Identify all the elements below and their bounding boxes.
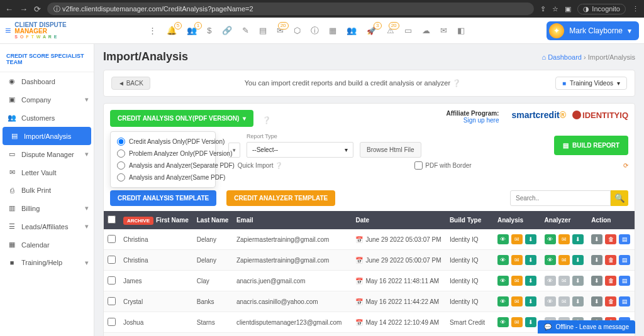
mail-icon[interactable]: ✉ bbox=[511, 255, 523, 265]
money-icon[interactable]: $ bbox=[207, 26, 211, 35]
search-input[interactable] bbox=[510, 190, 611, 206]
bell-icon[interactable]: 🔔5 bbox=[167, 26, 177, 35]
back-icon[interactable]: ← bbox=[5, 4, 13, 14]
sidebar-item-leads-affiliates[interactable]: ☰Leads/Affiliates▾ bbox=[0, 217, 94, 236]
url-bar[interactable]: ⓘ v2fire.clientdisputemanager.com/Credit… bbox=[47, 3, 534, 15]
breadcrumb-dashboard[interactable]: Dashboard bbox=[548, 53, 582, 61]
download-icon[interactable]: ⬇ bbox=[525, 255, 536, 265]
sidebar-item-billing[interactable]: ▥Billing▾ bbox=[0, 199, 94, 217]
chat-offline-widget[interactable]: 💬 Offline - Leave a message bbox=[538, 320, 635, 333]
sidebar-item-import-analysis[interactable]: ▤Import/Analysis bbox=[3, 127, 91, 145]
download-icon[interactable]: ⬇ bbox=[525, 234, 536, 244]
sidebar-item-bulk-print[interactable]: ⎙Bulk Print bbox=[0, 182, 94, 199]
credit-analyzer-template-button[interactable]: CREDIT ANALYZER TEMPLATE bbox=[226, 190, 335, 206]
delete-icon[interactable]: 🗑 bbox=[605, 234, 616, 244]
sidebar-item-calendar[interactable]: ▦Calendar bbox=[0, 236, 94, 254]
forward-icon[interactable]: → bbox=[19, 4, 28, 14]
delete-icon[interactable]: 🗑 bbox=[605, 276, 616, 286]
pdf-border-checkbox[interactable] bbox=[414, 161, 423, 170]
mail-icon[interactable]: ✉ bbox=[558, 276, 570, 286]
mail-icon[interactable]: ✉ bbox=[511, 234, 523, 244]
pdf-option[interactable]: Problem Analyzer Only(PDF Version) bbox=[113, 148, 213, 160]
archive-icon[interactable]: ⬇ bbox=[591, 276, 602, 286]
profile-icon[interactable]: ◧ bbox=[457, 26, 465, 35]
row-checkbox[interactable] bbox=[108, 297, 116, 305]
identityiq-logo[interactable]: IDENTITYIQ bbox=[572, 111, 628, 120]
download-icon[interactable]: ⬇ bbox=[525, 276, 536, 286]
affiliate-signup-link[interactable]: Sign up here bbox=[464, 117, 499, 124]
training-videos-button[interactable]: ■Training Videos ▾ bbox=[555, 77, 627, 90]
user-menu[interactable]: ✦ Mark Clayborne ▾ bbox=[547, 21, 639, 40]
mail-icon[interactable]: ✉20 bbox=[277, 26, 284, 35]
row-checkbox[interactable] bbox=[108, 318, 116, 326]
grid-icon[interactable]: ▦ bbox=[329, 26, 336, 35]
users-icon[interactable]: 👥1 bbox=[187, 26, 197, 35]
download-icon[interactable]: ⬇ bbox=[572, 255, 584, 265]
reload-icon[interactable]: ⟳ bbox=[34, 4, 41, 14]
view-icon[interactable]: 👁 bbox=[545, 276, 556, 286]
team-icon[interactable]: 👥 bbox=[347, 26, 357, 35]
row-checkbox[interactable] bbox=[108, 256, 116, 264]
inbox-icon[interactable]: ✉ bbox=[440, 26, 447, 35]
sidebar-item-dashboard[interactable]: ◉Dashboard bbox=[0, 72, 94, 90]
sidebar-item-customers[interactable]: 👥Customers bbox=[0, 109, 94, 127]
archive-icon[interactable]: ⬇ bbox=[591, 296, 602, 306]
cloud-icon[interactable]: ☁ bbox=[422, 26, 430, 35]
sidebar-item-dispute-manager[interactable]: ▭Dispute Manager▾ bbox=[0, 145, 94, 163]
share-icon[interactable]: ⇪ bbox=[540, 5, 546, 13]
doc-icon[interactable]: ▤ bbox=[619, 234, 630, 244]
menu-icon[interactable]: ⋮ bbox=[632, 5, 639, 13]
row-checkbox[interactable] bbox=[108, 276, 116, 285]
view-icon[interactable]: 👁 bbox=[497, 234, 509, 244]
mail-icon[interactable]: ✉ bbox=[558, 255, 570, 265]
warn-icon[interactable]: ⚠20 bbox=[387, 26, 394, 35]
report-type-select[interactable]: --Select--▾ bbox=[247, 142, 353, 158]
view-icon[interactable]: 👁 bbox=[545, 296, 556, 306]
download-icon[interactable]: ⬇ bbox=[572, 276, 584, 286]
view-icon[interactable]: 👁 bbox=[545, 234, 556, 244]
pdf-option[interactable]: Analysis and Analyzer(Separate PDF) bbox=[113, 160, 213, 171]
smartcredit-logo[interactable]: smartcredit® bbox=[511, 110, 566, 120]
download-icon[interactable]: ⬇ bbox=[525, 296, 536, 306]
doc-icon[interactable]: ▤ bbox=[619, 296, 630, 306]
doc-icon[interactable]: ▤ bbox=[619, 276, 630, 286]
view-icon[interactable]: 👁 bbox=[545, 255, 556, 265]
rocket-icon[interactable]: 🚀3 bbox=[367, 26, 377, 35]
view-icon[interactable]: 👁 bbox=[497, 276, 509, 286]
back-button[interactable]: ◄ BACK bbox=[111, 77, 150, 90]
download-icon[interactable]: ⬇ bbox=[572, 296, 584, 306]
browse-html-button[interactable]: Browse Html File bbox=[360, 142, 421, 158]
link-icon[interactable]: 🔗 bbox=[222, 26, 232, 35]
card-icon[interactable]: ▭ bbox=[404, 26, 412, 35]
mail-icon[interactable]: ✉ bbox=[558, 234, 570, 244]
refresh-icon[interactable]: ⟳ bbox=[623, 162, 628, 169]
org-icon[interactable]: ⬡ bbox=[294, 26, 301, 35]
pdf-option[interactable]: Credit Analysis Only(PDF Version) bbox=[113, 136, 213, 148]
archive-icon[interactable]: ⬇ bbox=[591, 255, 602, 265]
credit-analysis-template-button[interactable]: CREDIT ANALYSIS TEMPLATE bbox=[110, 190, 216, 206]
help-icon[interactable]: ❔ bbox=[452, 79, 461, 87]
download-icon[interactable]: ⬇ bbox=[572, 234, 584, 244]
info-icon[interactable]: ⓘ bbox=[311, 25, 319, 36]
file-icon[interactable]: ▤ bbox=[259, 26, 267, 35]
sidebar-item-letter-vault[interactable]: ✉Letter Vault bbox=[0, 163, 94, 182]
download-icon[interactable]: ⬇ bbox=[525, 317, 536, 327]
view-icon[interactable]: 👁 bbox=[497, 296, 509, 306]
view-icon[interactable]: 👁 bbox=[497, 317, 509, 327]
pdf-version-dropdown[interactable]: CREDIT ANALYSIS ONLY(PDF VERSION) ▾ bbox=[110, 110, 253, 127]
mail-icon[interactable]: ✉ bbox=[558, 296, 570, 306]
pdf-option[interactable]: Analysis and Analyzer(Same PDF) bbox=[113, 171, 213, 183]
sidebar-item-training-help[interactable]: ■Training/Help▾ bbox=[0, 254, 94, 271]
sidebar-item-company[interactable]: ▣Company▾ bbox=[0, 90, 94, 109]
extension-icon[interactable]: ▣ bbox=[565, 5, 571, 13]
delete-icon[interactable]: 🗑 bbox=[605, 296, 616, 306]
mail-icon[interactable]: ✉ bbox=[511, 317, 523, 327]
doc-icon[interactable]: ▤ bbox=[619, 255, 630, 265]
build-report-button[interactable]: ▤ BUILD REPORT bbox=[554, 136, 628, 155]
view-icon[interactable]: 👁 bbox=[497, 255, 509, 265]
row-checkbox[interactable] bbox=[108, 235, 116, 243]
help-icon[interactable]: ❔ bbox=[262, 112, 271, 124]
star-icon[interactable]: ☆ bbox=[552, 5, 558, 13]
select-all-checkbox[interactable] bbox=[108, 215, 116, 224]
archive-icon[interactable]: ⬇ bbox=[591, 234, 602, 244]
